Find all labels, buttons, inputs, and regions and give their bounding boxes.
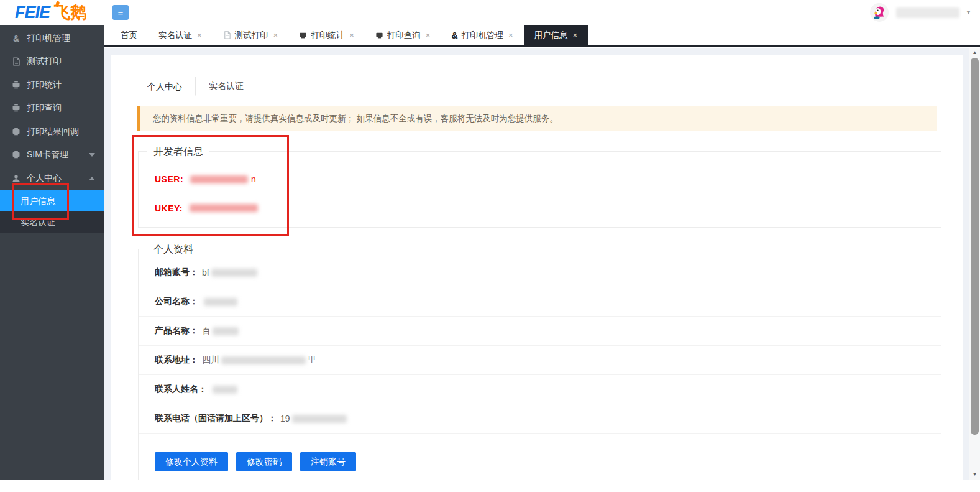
top-bar: FEIE 飞鹅 ≡ ▼ — [0, 0, 980, 25]
chevron-up-icon — [89, 177, 95, 180]
tab-personal-center[interactable]: 个人中心 — [134, 77, 196, 96]
username-redacted — [896, 7, 959, 18]
contact-name-label: 联系人姓名： — [155, 384, 207, 395]
tab-user-info[interactable]: 用户信息 × — [524, 25, 588, 45]
tab-home[interactable]: 首页 — [110, 25, 148, 45]
close-icon[interactable]: × — [197, 30, 202, 40]
vertical-scrollbar: ▲ ▼ — [969, 48, 980, 480]
tab-label: 用户信息 — [534, 30, 568, 41]
tab-bar: 首页 实名认证 × 测试打印 × 打印统计 × 打印查询 × — [104, 25, 980, 47]
logo-text-goose: 飞鹅 — [54, 2, 86, 24]
scrollbar-up-arrow[interactable]: ▲ — [969, 48, 980, 58]
sidebar: & 打印机管理 测试打印 打印统计 打印查询 打印结果回调 — [0, 25, 104, 480]
tab-printer-manage[interactable]: & 打印机管理 × — [441, 25, 523, 45]
sidebar-item-print-callback[interactable]: 打印结果回调 — [0, 120, 104, 144]
user-info-card: 个人中心 实名认证 您的资料信息非常重要，请提供真实信息或及时更新； 如果信息不… — [111, 55, 963, 480]
tab-print-stats[interactable]: 打印统计 × — [288, 25, 365, 45]
tab-label: 打印查询 — [387, 30, 421, 41]
product-label: 产品名称： — [155, 325, 198, 337]
product-redacted — [213, 327, 239, 335]
chain-icon: & — [451, 30, 457, 40]
printer-icon — [11, 128, 21, 136]
card-tabs: 个人中心 实名认证 — [134, 77, 945, 96]
company-redacted — [204, 298, 237, 306]
main-content: 个人中心 实名认证 您的资料信息非常重要，请提供真实信息或及时更新； 如果信息不… — [104, 48, 969, 480]
contact-name-redacted — [213, 386, 237, 394]
scrollbar-down-arrow[interactable]: ▼ — [969, 470, 980, 480]
sidebar-item-sim-manage[interactable]: SIM卡管理 — [0, 144, 104, 167]
chain-icon: & — [11, 34, 21, 44]
phone-redacted — [292, 415, 347, 423]
ukey-row: UKEY: — [139, 193, 941, 223]
phone-row: 联系电话（固话请加上区号）： 19 — [139, 404, 941, 434]
printer-icon — [375, 31, 383, 39]
user-value-redacted — [190, 175, 248, 183]
sidebar-item-print-query[interactable]: 打印查询 — [0, 97, 104, 121]
sidebar-item-label: 测试打印 — [27, 56, 62, 67]
user-menu[interactable]: ▼ — [870, 0, 971, 25]
edit-profile-button[interactable]: 修改个人资料 — [155, 452, 228, 471]
ukey-value-redacted — [190, 204, 258, 212]
sidebar-item-label: 打印机管理 — [27, 33, 70, 44]
feie-logo: FEIE 飞鹅 — [15, 0, 86, 25]
address-prefix: 四川 — [202, 355, 219, 366]
sidebar-toggle-button[interactable]: ≡ — [112, 5, 129, 20]
printer-icon — [11, 104, 21, 113]
sidebar-item-test-print[interactable]: 测试打印 — [0, 50, 104, 74]
sidebar-item-label: 打印查询 — [27, 103, 62, 114]
delete-account-button[interactable]: 注销账号 — [300, 452, 356, 471]
close-icon[interactable]: × — [349, 30, 354, 40]
tab-print-query[interactable]: 打印查询 × — [365, 25, 441, 45]
sidebar-item-label: SIM卡管理 — [27, 149, 68, 160]
sidebar-item-label: 打印统计 — [27, 80, 62, 91]
tab-realname-auth[interactable]: 实名认证 × — [148, 25, 213, 45]
developer-info-section: 开发者信息 USER: n UKEY: — [138, 151, 941, 228]
email-row: 邮箱账号： bf — [139, 258, 941, 287]
phone-label: 联系电话（固话请加上区号）： — [155, 413, 277, 424]
email-redacted — [211, 269, 257, 277]
product-row: 产品名称： 百 — [139, 317, 941, 346]
hamburger-icon: ≡ — [118, 7, 124, 17]
tab-label: 打印机管理 — [462, 30, 504, 41]
user-row: USER: n — [139, 152, 941, 193]
tab-label: 测试打印 — [235, 30, 268, 41]
printer-icon — [299, 31, 307, 39]
close-icon[interactable]: × — [426, 30, 431, 40]
tab-realname-auth-inner[interactable]: 实名认证 — [196, 77, 257, 96]
address-row: 联系地址： 四川 里 — [139, 346, 941, 375]
address-suffix: 里 — [308, 355, 316, 366]
close-icon[interactable]: × — [273, 30, 278, 40]
close-icon[interactable]: × — [508, 30, 513, 40]
sidebar-item-personal-center[interactable]: 个人中心 — [0, 167, 104, 190]
sidebar-item-realname-auth[interactable]: 实名认证 — [0, 211, 104, 233]
product-prefix: 百 — [202, 325, 211, 337]
profile-actions: 修改个人资料 修改密码 注销账号 — [155, 452, 941, 471]
sidebar-item-label: 打印结果回调 — [27, 126, 79, 137]
scrollbar-thumb[interactable] — [971, 58, 979, 435]
goose-avatar-icon — [870, 3, 889, 22]
sidebar-item-label: 个人中心 — [27, 173, 62, 184]
sidebar-item-label: 用户信息 — [21, 196, 55, 206]
printer-icon — [11, 81, 21, 90]
change-password-button[interactable]: 修改密码 — [236, 452, 292, 471]
sidebar-item-printer-manage[interactable]: & 打印机管理 — [0, 27, 104, 50]
email-prefix: bf — [202, 267, 209, 277]
close-icon[interactable]: × — [573, 30, 578, 40]
section-title: 开发者信息 — [147, 146, 209, 157]
address-redacted — [221, 356, 306, 364]
tab-test-print[interactable]: 测试打印 × — [213, 25, 289, 45]
user-value-suffix: n — [251, 174, 256, 184]
contact-name-row: 联系人姓名： — [139, 375, 941, 404]
tab-label: 实名认证 — [158, 30, 192, 41]
tab-label: 打印统计 — [311, 30, 344, 41]
sidebar-item-user-info[interactable]: 用户信息 — [0, 190, 104, 211]
ukey-label: UKEY: — [155, 203, 183, 213]
user-label: USER: — [155, 174, 183, 184]
sidebar-item-print-stats[interactable]: 打印统计 — [0, 73, 104, 97]
document-icon — [223, 31, 231, 39]
chevron-down-icon: ▼ — [966, 9, 971, 16]
company-label: 公司名称： — [155, 296, 198, 307]
tab-label: 首页 — [121, 30, 137, 41]
sidebar-item-label: 实名认证 — [21, 217, 55, 227]
phone-prefix: 19 — [280, 414, 290, 424]
